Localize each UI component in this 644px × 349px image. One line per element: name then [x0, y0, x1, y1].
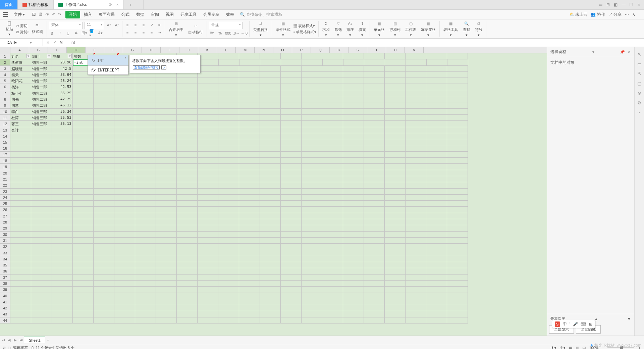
row-head[interactable]: 38	[0, 281, 10, 287]
cell[interactable]	[260, 139, 281, 145]
cell[interactable]	[385, 268, 406, 274]
cell[interactable]	[10, 189, 31, 195]
cell[interactable]	[198, 102, 218, 108]
cell[interactable]	[135, 299, 156, 305]
cell[interactable]	[343, 164, 364, 170]
number-format-select[interactable]: 常规	[209, 22, 243, 29]
cell[interactable]	[343, 115, 364, 121]
row-head[interactable]: 34	[0, 256, 10, 262]
align-top-icon[interactable]: ≡	[124, 22, 130, 28]
cell[interactable]	[156, 213, 177, 219]
cell[interactable]	[156, 317, 177, 323]
cell[interactable]: 35.25	[52, 90, 73, 96]
cell[interactable]	[447, 72, 468, 78]
cell[interactable]	[426, 189, 447, 195]
cell[interactable]	[114, 201, 135, 207]
cells-button[interactable]: ▦单元格▾	[372, 20, 386, 37]
cell[interactable]	[10, 139, 31, 145]
cell[interactable]	[52, 176, 73, 182]
col-head-B[interactable]: B	[29, 47, 48, 53]
cell[interactable]	[114, 127, 135, 133]
cell[interactable]	[177, 84, 198, 90]
inc-font-icon[interactable]: A⁺	[106, 22, 112, 29]
row-head[interactable]: 20	[0, 170, 10, 176]
fill-button[interactable]: ↧填充▾	[357, 20, 368, 37]
cell[interactable]	[156, 195, 177, 201]
cell[interactable]	[114, 189, 135, 195]
cell[interactable]	[73, 305, 94, 311]
cell[interactable]	[260, 275, 281, 281]
cell[interactable]	[198, 201, 218, 207]
cell[interactable]	[260, 207, 281, 213]
cell[interactable]	[302, 66, 322, 72]
freeze-button[interactable]: ▦冻结窗格▾	[419, 20, 437, 37]
cell[interactable]	[73, 195, 94, 201]
cell[interactable]	[156, 127, 177, 133]
cell[interactable]	[385, 115, 406, 121]
percent-icon[interactable]: %	[217, 30, 223, 36]
command-search[interactable]: 🔍查找命令、搜索模板	[240, 12, 282, 17]
cell[interactable]	[177, 182, 198, 188]
cell[interactable]	[322, 164, 343, 170]
col-head-H[interactable]: H	[142, 47, 161, 53]
cell[interactable]	[156, 238, 177, 244]
cell[interactable]	[447, 164, 468, 170]
col-head-E[interactable]: E	[86, 47, 104, 53]
cell[interactable]	[94, 109, 114, 115]
cell[interactable]	[364, 182, 385, 188]
cell[interactable]	[114, 281, 135, 287]
cell[interactable]	[52, 275, 73, 281]
cell[interactable]	[406, 78, 426, 84]
cell[interactable]	[156, 281, 177, 287]
cell[interactable]	[281, 139, 302, 145]
cell[interactable]	[364, 238, 385, 244]
cell[interactable]	[177, 317, 198, 323]
cell[interactable]	[364, 225, 385, 231]
cell[interactable]	[114, 145, 135, 151]
cell[interactable]	[73, 213, 94, 219]
cell[interactable]	[343, 53, 364, 59]
cell[interactable]	[218, 268, 239, 274]
cell[interactable]	[94, 133, 114, 139]
cell[interactable]	[302, 53, 322, 59]
cell[interactable]	[73, 238, 94, 244]
cell[interactable]	[447, 78, 468, 84]
cell[interactable]	[156, 90, 177, 96]
cell[interactable]	[260, 96, 281, 102]
cell[interactable]	[31, 127, 52, 133]
ts-gear-icon[interactable]: ⚙	[637, 100, 641, 105]
table-tools-button[interactable]: ▦表格工具▾	[442, 20, 460, 37]
cell[interactable]	[156, 311, 177, 317]
cell[interactable]	[447, 53, 468, 59]
cell[interactable]	[364, 311, 385, 317]
cell[interactable]	[426, 201, 447, 207]
cell[interactable]	[447, 84, 468, 90]
cell[interactable]	[406, 72, 426, 78]
cell[interactable]	[218, 182, 239, 188]
cell[interactable]	[114, 152, 135, 158]
symbol-button[interactable]: Ω符号▾	[473, 20, 484, 37]
cell[interactable]	[114, 287, 135, 293]
cell[interactable]	[218, 53, 239, 59]
cell[interactable]	[426, 121, 447, 127]
row-head[interactable]: 12	[0, 121, 10, 127]
cell[interactable]	[218, 164, 239, 170]
cell[interactable]	[73, 287, 94, 293]
cell[interactable]	[239, 299, 260, 305]
cell[interactable]	[364, 256, 385, 262]
cell[interactable]	[447, 275, 468, 281]
cell[interactable]	[302, 238, 322, 244]
cell[interactable]	[135, 139, 156, 145]
cell[interactable]	[447, 176, 468, 182]
cell[interactable]	[94, 78, 114, 84]
cell[interactable]	[260, 182, 281, 188]
menu-data[interactable]: 数据	[133, 12, 147, 17]
cell[interactable]	[94, 287, 114, 293]
cell[interactable]	[364, 133, 385, 139]
cell[interactable]	[426, 256, 447, 262]
cell[interactable]	[198, 121, 218, 127]
cell[interactable]	[73, 84, 94, 90]
cell[interactable]	[198, 72, 218, 78]
cell[interactable]	[198, 275, 218, 281]
cell[interactable]	[177, 299, 198, 305]
